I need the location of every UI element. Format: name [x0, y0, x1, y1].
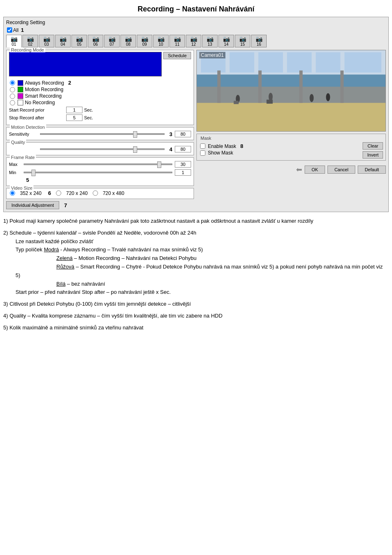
cam-tab-04[interactable]: 📷 04 [55, 35, 71, 47]
show-mask-checkbox[interactable] [200, 150, 205, 156]
max-frame-value[interactable] [175, 161, 191, 168]
cam-tab-15[interactable]: 📷 15 [235, 35, 250, 47]
badge-4: 4 [169, 146, 172, 152]
svg-point-15 [310, 94, 314, 102]
cam-tab-09[interactable]: 📷 09 [137, 35, 152, 47]
badge-3: 3 [169, 131, 172, 137]
camera-icon-02: 📷 [27, 36, 34, 42]
camera-icon-03: 📷 [43, 36, 50, 42]
recording-mode-label: Recording Mode [10, 47, 45, 52]
min-frame-value[interactable] [175, 169, 191, 176]
badge-6: 6 [48, 190, 51, 196]
enable-mask-checkbox[interactable] [200, 143, 205, 149]
all-checkbox[interactable] [7, 27, 12, 33]
start-record-input[interactable] [66, 107, 82, 113]
min-frame-thumb[interactable] [31, 170, 36, 176]
camera-icon-12: 📷 [190, 36, 197, 42]
camera-icon-16: 📷 [256, 36, 263, 42]
video-size-720240-label: 720 x 240 [66, 190, 88, 196]
cam-num-15: 15 [240, 42, 245, 47]
cam-num-04: 04 [60, 42, 65, 47]
max-frame-track[interactable] [24, 163, 172, 165]
svg-rect-2 [229, 52, 254, 73]
video-size-352-label: 352 x 240 [20, 190, 42, 196]
video-size-720240-radio[interactable] [56, 190, 61, 196]
default-button[interactable]: Default [358, 166, 386, 174]
schedule-grid[interactable] [9, 52, 162, 76]
cam-tab-03[interactable]: 📷 03 [39, 35, 54, 47]
start-record-unit: Sec. [84, 107, 93, 112]
individual-adjustment-button[interactable]: Individual Adjustment [6, 201, 59, 209]
camera-icon-04: 📷 [60, 36, 67, 42]
cam-num-11: 11 [175, 42, 179, 47]
cam-tab-01[interactable]: 📷 01 [6, 35, 22, 47]
schedule-button[interactable]: Schedule [163, 52, 191, 59]
cam-tab-06[interactable]: 📷 06 [88, 35, 103, 47]
cam-tab-16[interactable]: 📷 16 [251, 35, 267, 47]
max-frame-thumb[interactable] [157, 161, 161, 168]
show-mask-label: Show Mask [208, 150, 233, 156]
motion-recording-radio[interactable] [10, 87, 15, 92]
cam-tab-08[interactable]: 📷 08 [120, 35, 136, 47]
two-col-layout: Recording Mode Schedule Always Recording… [6, 50, 386, 209]
sensitivity-thumb[interactable] [133, 131, 137, 138]
quality-value[interactable] [175, 146, 191, 152]
cancel-button[interactable]: Cancel [327, 166, 355, 174]
cam-tab-14[interactable]: 📷 14 [218, 35, 234, 47]
smart-recording-radio[interactable] [10, 94, 15, 99]
min-frame-track[interactable] [24, 172, 172, 173]
min-frame-row: Min [9, 169, 191, 176]
stop-record-row: Stop Record after Sec. [9, 114, 191, 121]
smart-color-box [18, 93, 23, 99]
panel-title: Recording Setting [6, 20, 386, 25]
svg-rect-5 [316, 52, 340, 73]
camera-icon-01: 📷 [11, 36, 18, 42]
sensitivity-track[interactable] [40, 133, 165, 135]
svg-rect-17 [234, 101, 238, 104]
cam-tab-10[interactable]: 📷 10 [153, 35, 169, 47]
invert-button[interactable]: Invert [363, 151, 383, 159]
quality-track[interactable] [40, 148, 165, 150]
video-size-352-radio[interactable] [10, 190, 15, 196]
sensitivity-label: Sensitivity [9, 132, 38, 137]
cam-num-09: 09 [142, 42, 147, 47]
video-size-720480-radio[interactable] [93, 190, 98, 196]
video-size-720480-label: 720 x 480 [103, 190, 125, 196]
always-recording-radio[interactable] [10, 80, 15, 85]
ok-button[interactable]: OK [305, 166, 325, 174]
camera-icon-14: 📷 [223, 36, 230, 42]
motion-color-box [18, 87, 23, 92]
sensitivity-row: Sensitivity 3 [9, 131, 191, 137]
motion-detection-section: Motion Detection Sensitivity 3 [6, 127, 194, 140]
back-icon[interactable]: ⬅ [296, 165, 302, 174]
always-recording-label: Always Recording [25, 80, 64, 86]
camera-preview-label: Camera01 [199, 52, 225, 58]
camera-preview: Camera01 [196, 50, 386, 132]
cam-num-14: 14 [224, 42, 228, 47]
desc-para4: 4) Quality – Kvalita komprese záznamu – … [3, 312, 389, 320]
svg-rect-11 [299, 71, 303, 103]
clear-button[interactable]: Clear [363, 142, 383, 150]
stop-record-input[interactable] [66, 114, 82, 121]
cam-tab-07[interactable]: 📷 07 [104, 35, 120, 47]
cam-num-08: 08 [126, 42, 130, 47]
enable-mask-label: Enable Mask [208, 143, 236, 149]
svg-rect-12 [341, 71, 344, 103]
motion-detection-label: Motion Detection [10, 125, 46, 130]
cam-tab-13[interactable]: 📷 13 [202, 35, 218, 47]
smart-recording-row: Smart Recording [9, 93, 191, 99]
start-record-label: Start Record prior [9, 107, 66, 112]
cam-tab-05[interactable]: 📷 05 [71, 35, 87, 47]
no-recording-radio[interactable] [10, 100, 15, 105]
camera-icon-07: 📷 [109, 36, 116, 42]
cam-tab-02[interactable]: 📷 02 [22, 35, 38, 47]
no-color-box [18, 100, 23, 105]
cam-num-12: 12 [191, 42, 196, 47]
cam-tab-12[interactable]: 📷 12 [186, 35, 201, 47]
right-column: Camera01 [196, 50, 386, 209]
quality-thumb[interactable] [133, 146, 137, 153]
sensitivity-value[interactable] [175, 131, 191, 137]
cam-tab-11[interactable]: 📷 11 [169, 35, 185, 47]
all-label: All [13, 27, 18, 33]
svg-rect-9 [217, 71, 220, 103]
